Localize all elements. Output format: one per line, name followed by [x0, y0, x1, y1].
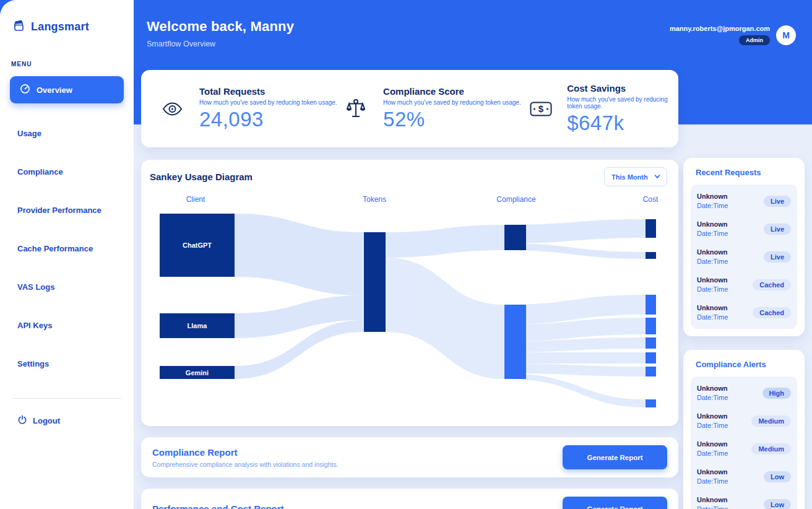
status-badge: Cached	[753, 279, 791, 290]
sankey-column-compliance: Compliance	[496, 195, 535, 204]
alert-name: Unknown	[697, 496, 728, 503]
request-name: Unknown	[697, 220, 728, 228]
avatar[interactable]: M	[776, 25, 796, 45]
stat-value: $647k	[567, 111, 678, 135]
eye-icon	[162, 102, 199, 116]
sidebar-item[interactable]: Cache Performance	[0, 245, 134, 253]
report-subtitle: Comprehensive compliance analysis with v…	[152, 461, 563, 468]
compliance-alerts-list: Unknown Date:Time High Unknown Date:Time…	[691, 376, 797, 509]
alert-time: Date:Time	[697, 477, 728, 485]
sankey-node-cost-5	[646, 337, 656, 349]
list-item-text: Unknown Date:Time	[697, 304, 728, 321]
sidebar-item[interactable]: Settings	[0, 360, 134, 368]
banknote-icon: $	[530, 102, 567, 116]
list-item-text: Unknown Date:Time	[697, 440, 728, 457]
scale-icon	[346, 98, 383, 120]
sankey-node-cost-3	[646, 295, 656, 315]
period-dropdown[interactable]: This Month	[604, 167, 667, 186]
period-dropdown-value: This Month	[611, 173, 648, 181]
app-logo: Langsmart	[0, 0, 134, 35]
status-badge: Live	[764, 224, 791, 235]
sankey-node-label: Llama	[188, 322, 208, 329]
sankey-node-compliance-top	[504, 225, 526, 250]
sidebar-item[interactable]: VAS Logs	[0, 283, 134, 292]
sankey-column-cost: Cost	[643, 195, 659, 204]
gauge-icon	[20, 84, 30, 96]
list-item[interactable]: Unknown Date:Time Live	[697, 187, 791, 215]
sankey-node-cost-1	[646, 219, 656, 238]
sidebar-item-label: Compliance	[17, 167, 63, 176]
sankey-flow-chatgpt-tokens	[235, 214, 364, 295]
request-name: Unknown	[697, 276, 728, 284]
list-item[interactable]: Unknown Date:Time Medium	[697, 407, 791, 435]
sidebar-item[interactable]: Usage	[0, 129, 134, 138]
list-item[interactable]: Unknown Date:Time Live	[697, 243, 791, 271]
list-item[interactable]: Unknown Date:Time Low	[697, 490, 791, 509]
list-item-text: Unknown Date:Time	[697, 248, 728, 265]
sankey-flow-tokens-compliance-main	[386, 258, 504, 379]
logout-label: Logout	[33, 416, 60, 425]
sidebar-item-label: Overview	[37, 85, 72, 95]
generate-report-button[interactable]: Generate Report	[563, 445, 667, 469]
generate-report-button[interactable]: Generate Report	[563, 497, 667, 509]
role-badge: Admin	[739, 35, 770, 45]
sidebar-item-overview[interactable]: Overview	[10, 76, 124, 103]
severity-badge: Low	[764, 471, 791, 482]
logout-button[interactable]: Logout	[0, 399, 134, 427]
alert-name: Unknown	[697, 385, 728, 392]
stat-subtitle: How much you've saved by reducing token …	[567, 96, 678, 110]
list-item-text: Unknown Date:Time	[697, 496, 728, 509]
list-item[interactable]: Unknown Date:Time Cached	[697, 271, 791, 298]
request-time: Date:Time	[697, 285, 728, 293]
power-icon	[17, 415, 27, 427]
page-title: Welcome back, Manny	[147, 19, 294, 35]
stat-value: 24,093	[199, 108, 337, 131]
alert-name: Unknown	[697, 440, 728, 448]
sidebar-item[interactable]: Compliance	[0, 168, 134, 176]
request-name: Unknown	[697, 193, 728, 200]
report-text: Compliance Report Comprehensive complian…	[152, 447, 563, 468]
right-column: Recent Requests Unknown Date:Time Live	[683, 158, 805, 509]
list-item[interactable]: Unknown Date:Time Live	[697, 215, 791, 243]
user-email: manny.roberts@jpmorgan.com	[670, 25, 770, 32]
left-column: Total Requests How much you've saved by …	[141, 70, 678, 509]
list-item-text: Unknown Date:Time	[697, 193, 728, 209]
page-header: Welcome back, Manny Smartflow Overview	[147, 19, 294, 48]
report-title: Performance and Cost Report	[152, 503, 563, 509]
list-item-text: Unknown Date:Time	[697, 385, 728, 401]
compliance-alerts-panel: Compliance Alerts Unknown Date:Time High	[683, 350, 805, 509]
severity-badge: Low	[764, 499, 791, 509]
sidebar-nav: Usage Compliance Provider Performance Ca…	[0, 129, 134, 368]
content: Total Requests How much you've saved by …	[141, 70, 805, 509]
alert-time: Date:Time	[697, 450, 728, 457]
list-item[interactable]: Unknown Date:Time High	[697, 379, 791, 407]
sidebar-item-label: Cache Performance	[17, 244, 93, 253]
list-item[interactable]: Unknown Date:Time Cached	[697, 298, 791, 326]
stat-text: Cost Savings How much you've saved by re…	[567, 83, 678, 135]
sidebar-item[interactable]: Provider Performance	[0, 206, 134, 215]
sidebar-item-label: API Keys	[17, 321, 52, 330]
main-area: Welcome back, Manny Smartflow Overview m…	[134, 0, 812, 509]
sankey-node-cost-7	[646, 367, 656, 376]
request-time: Date:Time	[697, 230, 728, 237]
list-item-text: Unknown Date:Time	[697, 220, 728, 237]
stat-title: Total Requests	[199, 86, 337, 97]
alert-time: Date:Time	[697, 394, 728, 401]
menu-section-label: MENU	[0, 35, 134, 67]
list-item-text: Unknown Date:Time	[697, 412, 728, 429]
sidebar-item-label: Provider Performance	[17, 206, 102, 215]
stat-subtitle: How much you've saved by reducing token …	[199, 99, 337, 106]
performance-report-card: Performance and Cost Report Generate Rep…	[141, 489, 678, 509]
list-item-text: Unknown Date:Time	[697, 276, 728, 293]
list-item[interactable]: Unknown Date:Time Medium	[697, 435, 791, 463]
stat-total-requests: Total Requests How much you've saved by …	[162, 86, 346, 131]
sankey-node-compliance-main	[504, 305, 526, 379]
chevron-down-icon	[654, 173, 661, 181]
svg-text:$: $	[538, 103, 544, 114]
alert-time: Date:Time	[697, 505, 728, 509]
stat-title: Compliance Score	[383, 86, 521, 97]
sidebar-item[interactable]: API Keys	[0, 321, 134, 330]
list-item[interactable]: Unknown Date:Time Low	[697, 463, 791, 490]
recent-requests-list: Unknown Date:Time Live Unknown Date:Time…	[691, 185, 797, 329]
app-name: Langsmart	[31, 20, 89, 33]
